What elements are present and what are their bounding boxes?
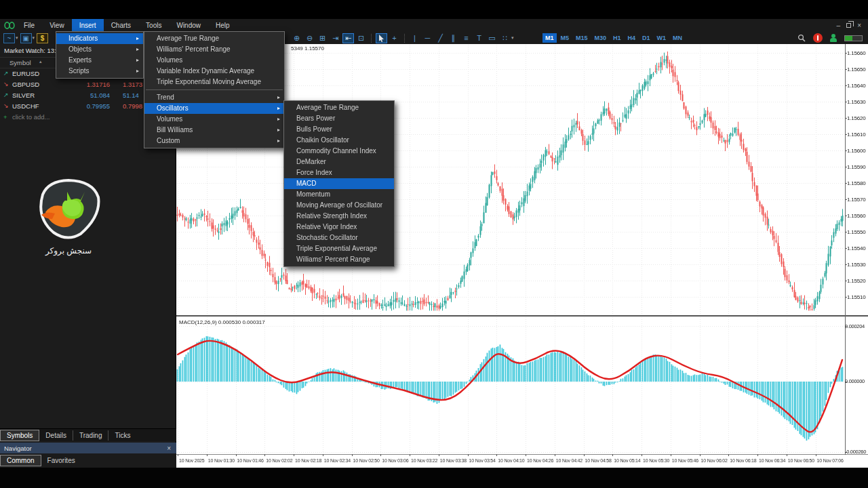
menu-insert[interactable]: Insert (72, 19, 104, 32)
fibonacci-icon[interactable]: ≡ (460, 33, 472, 43)
close-button[interactable]: × (857, 22, 861, 29)
timeframe-h4[interactable]: H4 (625, 33, 639, 43)
window-controls: – × (837, 22, 868, 29)
oscillator-item-bulls-power[interactable]: Bulls Power (284, 124, 394, 135)
timeframe-m1[interactable]: M1 (542, 33, 557, 43)
chart-window-icon[interactable]: ~ (3, 33, 15, 43)
toolbar-timeframes: M1M5M15M30H1H4D1W1MN (542, 32, 686, 44)
notification-icon[interactable] (813, 33, 823, 43)
menu-view[interactable]: View (42, 19, 72, 32)
tab-symbols[interactable]: Symbols (0, 430, 39, 441)
time-axis-label: 10 Nov 06:18 (730, 458, 756, 463)
oscillator-item-relative-vigor-index[interactable]: Relative Vigor Index (284, 222, 394, 232)
symbol-column-label: Symbol (9, 59, 31, 66)
timeframe-m5[interactable]: M5 (558, 33, 572, 43)
restore-button[interactable] (846, 23, 851, 28)
nav-tab-favorites[interactable]: Favorites (41, 455, 81, 466)
time-axis-label: 10 Nov 07:06 (817, 458, 844, 463)
menu-window[interactable]: Window (169, 19, 208, 32)
timeframe-w1[interactable]: W1 (654, 33, 669, 43)
menu-charts[interactable]: Charts (104, 19, 138, 32)
oscillator-item-triple-exponential-average[interactable]: Triple Exponential Average (284, 243, 394, 254)
oscillator-item-chaikin-oscillator[interactable]: Chaikin Oscillator (284, 135, 394, 146)
tile-windows-icon[interactable]: ⊞ (317, 33, 328, 43)
timeframe-m15[interactable]: M15 (573, 33, 591, 43)
crosshair-icon[interactable]: + (389, 33, 400, 43)
chart-window-caret[interactable]: ▾ (16, 35, 18, 41)
cursor-icon[interactable] (376, 33, 387, 43)
tick-chart-icon[interactable]: ▣ (20, 33, 32, 43)
oscillator-item-relative-strength-index[interactable]: Relative Strength Index (284, 211, 394, 222)
navigator-close-icon[interactable]: × (167, 445, 176, 452)
nav-tab-common[interactable]: Common (0, 455, 41, 466)
tick-chart-caret[interactable]: ▾ (33, 35, 35, 41)
indicator-item-triple-exponential-moving-average[interactable]: Triple Exponential Moving Average (144, 77, 284, 87)
menu-file[interactable]: File (16, 19, 42, 32)
indicator-category-custom[interactable]: Custom▸ (144, 136, 284, 146)
oscillator-item-momentum[interactable]: Momentum (284, 189, 394, 200)
oscillator-item-bears-power[interactable]: Bears Power (284, 113, 394, 124)
screenshot-icon[interactable]: ⊡ (355, 33, 367, 43)
oscillator-item-macd[interactable]: MACD (284, 178, 394, 189)
shapes-caret[interactable]: ▾ (511, 35, 514, 41)
horizontal-line-icon[interactable]: ─ (422, 33, 433, 43)
oscillator-item-demarker[interactable]: DeMarker (284, 157, 394, 167)
menubar: FileViewInsertChartsToolsWindowHelp – × (0, 19, 868, 32)
insert-menu-item-experts[interactable]: Experts▸ (56, 55, 143, 66)
oscillator-item-williams-percent-range[interactable]: Williams' Percent Range (284, 254, 394, 265)
menu-tools[interactable]: Tools (138, 19, 169, 32)
submenu-arrow-icon: ▸ (136, 33, 139, 44)
indicator-item-variable-index-dynamic-average[interactable]: Variable Index Dynamic Average (144, 66, 284, 77)
chart-shift-icon[interactable]: ⇤ (342, 33, 354, 43)
time-axis-label: 10 Nov 04:42 (556, 458, 583, 463)
indicator-item-williams-percent-range[interactable]: Williams' Percent Range (144, 44, 284, 55)
menu-item-label: Trend (157, 94, 174, 101)
indicator-category-trend[interactable]: Trend▸ (144, 92, 284, 103)
broker-logo-text: سنجش بروکر (26, 246, 111, 256)
zoom-out-icon[interactable]: ⊖ (304, 33, 315, 43)
bid-value: 1.31716 (76, 81, 110, 88)
new-order-icon[interactable]: $ (37, 33, 48, 43)
macd-axis-label: 0.000204 (845, 323, 865, 329)
channel-icon[interactable]: ∥ (448, 33, 459, 43)
timeframe-h1[interactable]: H1 (610, 33, 624, 43)
time-axis-label: 10 Nov 04:58 (585, 458, 612, 463)
tab-ticks[interactable]: Ticks (108, 430, 136, 441)
profile-icon[interactable] (830, 34, 837, 42)
up-arrow-icon: ↗ (3, 92, 9, 98)
insert-menu-item-indicators[interactable]: Indicators▸ (56, 33, 143, 44)
price-axis-label: 1.15570 (847, 197, 866, 203)
insert-menu: Indicators▸Objects▸Experts▸Scripts▸ (56, 31, 144, 79)
indicator-item-volumes[interactable]: Volumes (144, 55, 284, 66)
menubar-items: FileViewInsertChartsToolsWindowHelp (16, 19, 237, 32)
auto-scroll-icon[interactable]: ⇥ (330, 33, 341, 43)
indicator-category-oscillators[interactable]: Oscillators▸ (144, 103, 284, 114)
insert-menu-item-objects[interactable]: Objects▸ (56, 44, 143, 55)
menu-help[interactable]: Help (208, 19, 237, 32)
oscillator-item-commodity-channel-index[interactable]: Commodity Channel Index (284, 146, 394, 157)
menu-item-label: Volumes (157, 115, 182, 123)
trendline-icon[interactable]: ╱ (435, 33, 446, 43)
indicator-category-volumes[interactable]: Volumes▸ (144, 114, 284, 125)
oscillator-item-force-index[interactable]: Force Index (284, 167, 394, 178)
down-arrow-icon: ↘ (3, 102, 9, 109)
search-icon[interactable] (797, 34, 806, 42)
indicator-item-average-true-range[interactable]: Average True Range (144, 33, 284, 44)
oscillator-item-moving-average-of-oscillator[interactable]: Moving Average of Oscillator (284, 200, 394, 211)
oscillator-item-average-true-range[interactable]: Average True Range (284, 102, 394, 113)
app-icon (3, 21, 16, 30)
text-icon[interactable]: T (473, 33, 485, 43)
oscillator-item-stochastic-oscillator[interactable]: Stochastic Oscillator (284, 232, 394, 243)
zoom-in-icon[interactable]: ⊕ (291, 33, 302, 43)
rectangle-icon[interactable]: ▭ (486, 33, 498, 43)
minimize-button[interactable]: – (837, 22, 841, 29)
vertical-line-icon[interactable]: | (409, 33, 420, 43)
timeframe-m30[interactable]: M30 (592, 33, 610, 43)
timeframe-mn[interactable]: MN (670, 33, 685, 43)
indicator-category-bill-williams[interactable]: Bill Williams▸ (144, 125, 284, 136)
insert-menu-item-scripts[interactable]: Scripts▸ (56, 66, 143, 77)
tab-details[interactable]: Details (39, 430, 73, 441)
timeframe-d1[interactable]: D1 (639, 33, 653, 43)
shapes-icon[interactable]: ∷ (499, 33, 511, 43)
tab-trading[interactable]: Trading (73, 430, 109, 441)
